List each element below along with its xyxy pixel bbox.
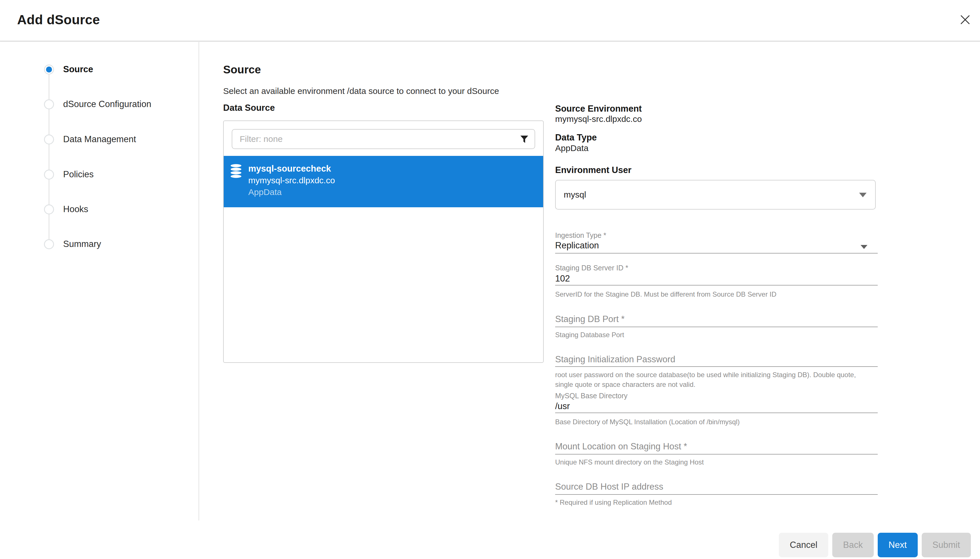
chevron-down-icon xyxy=(861,245,867,249)
ingestion-type-label: Ingestion Type * xyxy=(555,231,606,240)
ingestion-type-value: Replication xyxy=(555,240,599,250)
mount-location-label: Mount Location on Staging Host * xyxy=(555,442,687,452)
staging-initialization-password-input[interactable]: Staging Initialization Password xyxy=(555,354,878,367)
filter-input[interactable] xyxy=(232,130,535,149)
source-db-host-ip-helper: * Required if using Replication Method xyxy=(555,498,672,507)
stepper-item-policies[interactable]: Policies xyxy=(0,169,94,180)
stepper-item-summary[interactable]: Summary xyxy=(0,239,101,249)
wizard-stepper: Source dSource Configuration Data Manage… xyxy=(0,0,199,314)
details-panel: Source Environment mymysql-src.dlpxdc.co… xyxy=(555,100,878,514)
staging-initialization-password-helper: root user password on the source databas… xyxy=(555,370,869,389)
mysql-base-directory-value: /usr xyxy=(555,401,570,411)
step-label: Data Management xyxy=(63,134,136,144)
environment-user-label: Environment User xyxy=(555,165,632,175)
step-circle-active-icon xyxy=(44,64,54,74)
data-source-label: Data Source xyxy=(223,103,275,113)
mysql-base-directory-input[interactable]: /usr xyxy=(555,401,878,413)
source-environment-value: mymysql-src.dlpxdc.co xyxy=(555,114,642,124)
filter-funnel-icon[interactable] xyxy=(519,134,529,144)
mysql-base-directory-helper: Base Directory of MySQL Installation (Lo… xyxy=(555,417,740,427)
database-icon xyxy=(230,164,242,179)
data-source-item-text: mysql-sourcecheck mymysql-src.dlpxdc.co … xyxy=(248,163,335,198)
source-db-host-ip-label: Source DB Host IP address xyxy=(555,481,663,492)
staging-db-server-id-helper: ServerID for the Stagine DB. Must be dif… xyxy=(555,289,776,299)
staging-db-port-input[interactable]: Staging DB Port * xyxy=(555,314,878,327)
cancel-button[interactable]: Cancel xyxy=(779,533,828,557)
dialog-header: Add dSource xyxy=(0,0,980,41)
stepper-connector-line xyxy=(48,69,50,244)
step-label: Policies xyxy=(63,169,94,180)
step-label: dSource Configuration xyxy=(63,99,151,109)
close-button[interactable] xyxy=(957,12,973,28)
data-source-name: mysql-sourcecheck xyxy=(248,163,335,174)
mysql-base-directory-label: MySQL Base Directory xyxy=(555,392,627,400)
data-type-value: AppData xyxy=(555,143,589,153)
submit-button: Submit xyxy=(922,533,971,557)
staging-db-server-id-input[interactable]: 102 xyxy=(555,273,878,286)
ingestion-type-select[interactable]: Replication xyxy=(555,240,878,253)
data-source-type: AppData xyxy=(248,186,335,198)
step-label: Summary xyxy=(63,239,101,249)
step-circle-icon xyxy=(44,134,54,144)
stepper-item-dsource-configuration[interactable]: dSource Configuration xyxy=(0,99,151,109)
chevron-down-icon xyxy=(859,193,867,197)
step-circle-icon xyxy=(44,170,54,180)
data-source-item-mysql-sourcecheck[interactable]: mysql-sourcecheck mymysql-src.dlpxdc.co … xyxy=(224,156,543,207)
staging-db-port-helper: Staging Database Port xyxy=(555,330,624,340)
wizard-footer: Cancel Back Next Submit xyxy=(779,533,971,557)
close-icon xyxy=(958,13,972,27)
sidebar-divider xyxy=(199,42,199,521)
page-description: Select an available environment /data so… xyxy=(223,86,499,96)
data-source-environment: mymysql-src.dlpxdc.co xyxy=(248,174,335,186)
environment-user-select[interactable]: mysql xyxy=(555,180,876,210)
mount-location-input[interactable]: Mount Location on Staging Host * xyxy=(555,442,878,455)
staging-initialization-password-label: Staging Initialization Password xyxy=(555,354,675,364)
staging-db-port-label: Staging DB Port * xyxy=(555,314,625,324)
next-button[interactable]: Next xyxy=(878,533,918,557)
page-title: Source xyxy=(223,63,261,76)
mount-location-helper: Unique NFS mount directory on the Stagin… xyxy=(555,457,704,467)
staging-db-server-id-value: 102 xyxy=(555,273,570,283)
data-type-label: Data Type xyxy=(555,132,597,143)
step-circle-icon xyxy=(44,204,54,214)
step-circle-icon xyxy=(44,239,54,249)
dialog-title: Add dSource xyxy=(17,12,100,27)
environment-user-value: mysql xyxy=(564,190,586,200)
source-environment-label: Source Environment xyxy=(555,104,642,114)
source-db-host-ip-input[interactable]: Source DB Host IP address xyxy=(555,481,878,495)
staging-db-server-id-label: Staging DB Server ID * xyxy=(555,264,628,272)
filter-field xyxy=(232,129,535,149)
step-label: Hooks xyxy=(63,204,88,214)
step-label: Source xyxy=(63,64,93,74)
stepper-item-source[interactable]: Source xyxy=(0,64,93,74)
stepper-item-data-management[interactable]: Data Management xyxy=(0,134,136,144)
data-source-list: mysql-sourcecheck mymysql-src.dlpxdc.co … xyxy=(223,121,544,363)
back-button: Back xyxy=(832,533,874,557)
stepper-item-hooks[interactable]: Hooks xyxy=(0,204,88,214)
step-circle-icon xyxy=(44,99,54,109)
